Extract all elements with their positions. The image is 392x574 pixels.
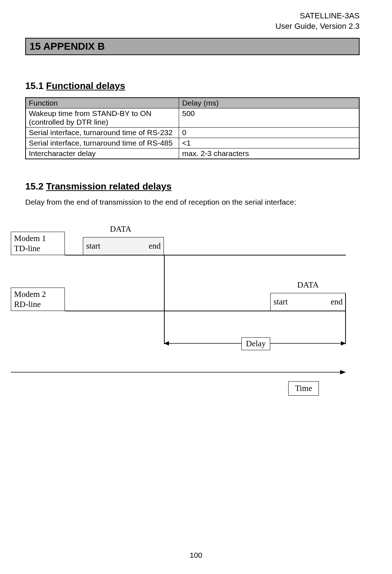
th-delay: Delay (ms) (179, 98, 359, 108)
subsection-2-heading: 15.2 Transmission related delays (25, 181, 360, 192)
delay-label: Delay (246, 339, 266, 348)
subsection-1-title: Functional delays (46, 80, 125, 91)
subsection-2-title: Transmission related delays (46, 181, 172, 192)
subsection-2-num: 15.2 (25, 181, 44, 192)
table-row: Serial interface, turnaround time of RS-… (26, 128, 359, 138)
functional-delays-table: Function Delay (ms) Wakeup time from STA… (25, 97, 360, 159)
data-box-2: start end (270, 293, 346, 311)
time-axis-arrow-icon (11, 369, 346, 376)
delay-label-box: Delay (241, 337, 270, 350)
time-label: Time (295, 384, 312, 393)
svg-marker-1 (164, 341, 169, 346)
cell-delay: <1 (179, 138, 359, 148)
modem1-box: Modem 1 TD-line (11, 232, 65, 255)
guide-version: User Guide, Version 2.3 (25, 21, 360, 32)
cell-function: Wakeup time from STAND-BY to ON (control… (26, 108, 179, 128)
svg-marker-2 (341, 341, 346, 346)
table-row: Intercharacter delay max. 2-3 characters (26, 148, 359, 159)
end-label-2: end (331, 297, 343, 307)
page-number: 100 (0, 551, 392, 560)
cell-function: Serial interface, turnaround time of RS-… (26, 138, 179, 148)
modem1-line1: Modem 1 (14, 233, 46, 244)
end-label-1: end (149, 241, 161, 251)
table-header-row: Function Delay (ms) (26, 98, 359, 108)
data-label-2: DATA (297, 280, 319, 290)
th-function: Function (26, 98, 179, 108)
doc-header: SATELLINE-3AS User Guide, Version 2.3 (25, 11, 360, 31)
subsection-1-heading: 15.1 Functional delays (25, 80, 360, 92)
cell-delay: max. 2-3 characters (179, 148, 359, 159)
subsection-2-desc: Delay from the end of transmission to th… (25, 198, 360, 206)
cell-function: Intercharacter delay (26, 148, 179, 159)
vline-end (345, 293, 346, 344)
table-row: Wakeup time from STAND-BY to ON (control… (26, 108, 359, 128)
cell-delay: 500 (179, 108, 359, 128)
section-title-bar: 15 APPENDIX B (25, 38, 360, 55)
vline-start (164, 255, 165, 344)
svg-marker-4 (340, 370, 346, 374)
modem2-line2: RD-line (14, 299, 41, 310)
cell-function: Serial interface, turnaround time of RS-… (26, 128, 179, 138)
start-label-2: start (273, 297, 288, 307)
subsection-1-num: 15.1 (25, 80, 44, 91)
table-row: Serial interface, turnaround time of RS-… (26, 138, 359, 148)
cell-delay: 0 (179, 128, 359, 138)
start-label-1: start (86, 241, 101, 251)
data-label-1: DATA (110, 224, 132, 234)
modem2-line1: Modem 2 (14, 289, 46, 299)
timing-diagram: Modem 1 TD-line DATA start end Modem 2 R… (11, 224, 346, 412)
time-label-box: Time (288, 381, 319, 396)
modem2-box: Modem 2 RD-line (11, 288, 65, 311)
data-box-1: start end (83, 237, 164, 255)
product-name: SATELLINE-3AS (25, 11, 360, 21)
modem1-line2: TD-line (14, 244, 40, 254)
